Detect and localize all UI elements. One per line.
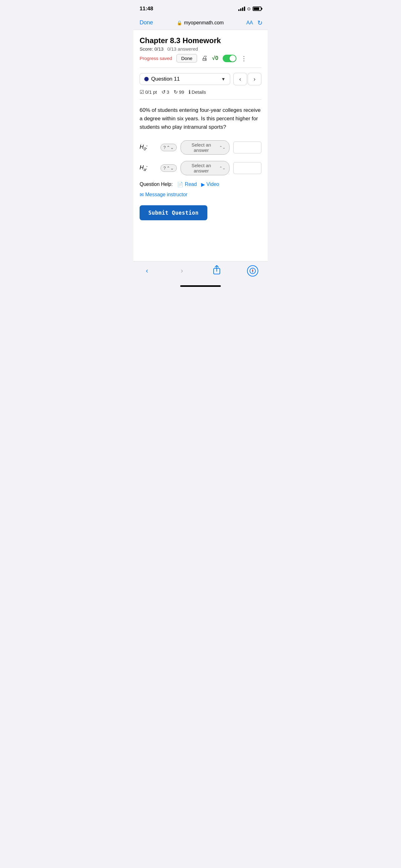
share-icon[interactable] <box>213 265 221 277</box>
video-icon: ▶ <box>201 182 205 187</box>
read-link[interactable]: 📄 Read <box>177 182 197 187</box>
h0-help-chevron: ⌃⌄ <box>166 145 174 150</box>
print-icon[interactable]: 🖨 <box>201 55 208 62</box>
page-title: Chapter 8.3 Homework <box>140 36 261 45</box>
points-text: 0/1 pt <box>145 89 157 95</box>
ha-select-label: Select an answer <box>185 163 218 174</box>
question-meta-row: ☑ 0/1 pt ↺ 3 ↻ 99 ℹ Details <box>140 89 261 100</box>
ha-help-chevron: ⌃⌄ <box>166 165 174 170</box>
h0-help-button[interactable]: ? ⌃⌄ <box>161 144 177 151</box>
toggle-switch[interactable] <box>223 55 236 62</box>
status-time: 11:48 <box>140 6 153 12</box>
forward-button[interactable]: › <box>178 266 186 276</box>
h0-label: H0: <box>140 144 157 151</box>
message-instructor-link[interactable]: ✉ Message instructor <box>140 192 188 198</box>
ha-label: Ha: <box>140 164 157 172</box>
browser-actions: AA ↻ <box>246 19 263 27</box>
video-link[interactable]: ▶ Video <box>201 182 219 187</box>
sqrt-icon: √0 <box>212 55 218 62</box>
h0-row: H0: ? ⌃⌄ Select an answer ⌃⌄ <box>140 140 261 155</box>
progress-saved-label: Progress saved <box>140 56 172 61</box>
compass-icon[interactable] <box>247 265 258 277</box>
message-icon: ✉ <box>140 192 144 198</box>
answered-text: 0/13 answered <box>167 46 198 52</box>
read-label: Read <box>185 182 197 187</box>
question-label: Question 11 <box>151 76 219 82</box>
chevron-down-icon: ▼ <box>221 76 226 82</box>
browser-bar: Done 🔒 myopenmath.com AA ↻ <box>133 16 268 30</box>
home-indicator <box>133 284 268 289</box>
details-meta: ℹ Details <box>189 89 206 95</box>
ha-answer-input[interactable] <box>233 162 261 174</box>
question-dot <box>144 77 149 81</box>
points-icon: ☑ <box>140 89 144 95</box>
next-question-button[interactable]: › <box>248 73 261 85</box>
details-link[interactable]: Details <box>192 89 206 95</box>
browser-done-button[interactable]: Done <box>138 18 154 27</box>
h0-help-icon: ? <box>163 145 166 150</box>
wifi-icon: ⊙ <box>247 6 251 11</box>
refresh-button[interactable]: ↻ <box>257 19 263 27</box>
status-bar: 11:48 ⊙ <box>133 0 268 16</box>
h0-chevron-icon: ⌃⌄ <box>219 145 226 150</box>
font-size-button[interactable]: AA <box>246 20 253 26</box>
attempts-meta: ↻ 99 <box>174 89 184 95</box>
bottom-nav: ‹ › <box>133 261 268 284</box>
video-label: Video <box>206 182 219 187</box>
nav-arrows: ‹ › <box>233 73 261 85</box>
question-help-label: Question Help: <box>140 182 173 187</box>
battery-icon <box>253 6 261 11</box>
retries-text: 3 <box>167 89 169 95</box>
retry-icon: ↺ <box>162 89 166 95</box>
question-dropdown[interactable]: Question 11 ▼ <box>140 73 230 85</box>
h0-select-button[interactable]: Select an answer ⌃⌄ <box>180 140 230 155</box>
read-icon: 📄 <box>177 182 183 187</box>
ha-chevron-icon: ⌃⌄ <box>219 166 226 170</box>
info-icon: ℹ <box>189 89 191 95</box>
question-selector-row: Question 11 ▼ ‹ › <box>140 73 261 85</box>
main-content: Chapter 8.3 Homework Score: 0/13 0/13 an… <box>133 30 268 261</box>
retries-meta: ↺ 3 <box>162 89 169 95</box>
score-text: Score: 0/13 <box>140 46 164 52</box>
ha-help-button[interactable]: ? ⌃⌄ <box>161 164 177 172</box>
submit-question-button[interactable]: Submit Question <box>140 205 207 220</box>
question-text: 60% of students entering four-year colle… <box>140 106 261 131</box>
h0-answer-input[interactable] <box>233 142 261 153</box>
attempts-icon: ↻ <box>174 89 178 95</box>
signal-icon <box>238 6 245 11</box>
toolbar-row: Progress saved Done 🖨 √0 ⋮ <box>140 54 261 68</box>
message-label: Message instructor <box>145 192 188 197</box>
ha-help-icon: ? <box>163 165 166 170</box>
score-row: Score: 0/13 0/13 answered <box>140 46 261 52</box>
attempts-text: 99 <box>179 89 184 95</box>
ha-select-button[interactable]: Select an answer ⌃⌄ <box>180 161 230 175</box>
url-text: myopenmath.com <box>184 20 224 26</box>
home-bar <box>180 285 221 287</box>
more-options-icon[interactable]: ⋮ <box>241 55 247 62</box>
status-icons: ⊙ <box>238 6 261 11</box>
points-meta: ☑ 0/1 pt <box>140 89 157 95</box>
prev-question-button[interactable]: ‹ <box>233 73 247 85</box>
lock-icon: 🔒 <box>177 20 182 25</box>
ha-row: Ha: ? ⌃⌄ Select an answer ⌃⌄ <box>140 161 261 175</box>
h0-select-label: Select an answer <box>185 142 218 153</box>
done-button[interactable]: Done <box>176 54 197 62</box>
back-button[interactable]: ‹ <box>143 266 151 276</box>
question-help-row: Question Help: 📄 Read ▶ Video ✉ Message … <box>140 182 261 198</box>
url-bar: 🔒 myopenmath.com <box>177 20 224 26</box>
